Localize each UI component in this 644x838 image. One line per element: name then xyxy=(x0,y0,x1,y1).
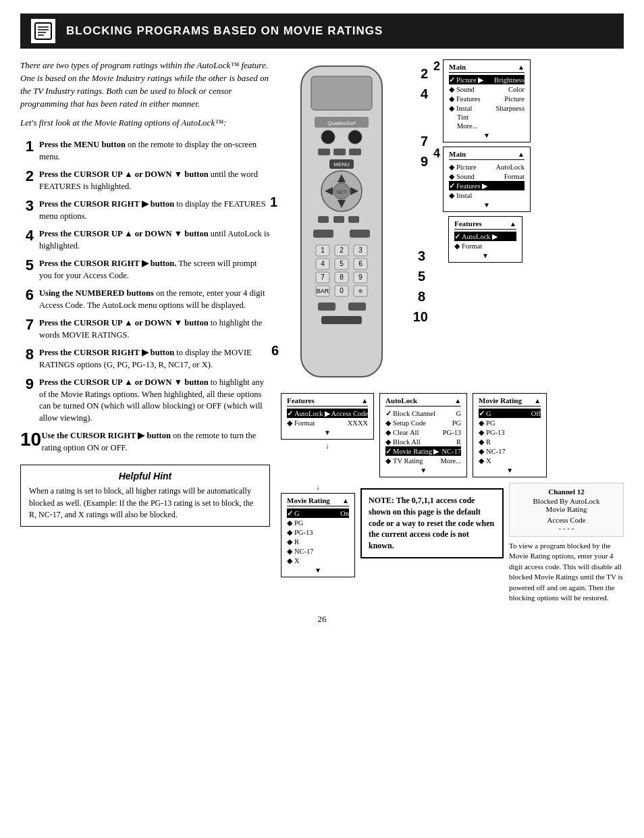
step-number-9: 9 xyxy=(20,377,34,392)
menu5-block-channel: ✓ Block Channel G xyxy=(385,409,461,418)
page-header: Blocking Programs Based on Movie Ratings xyxy=(20,14,624,49)
menu-box-6-title: Movie Rating ▲ xyxy=(479,396,541,407)
svg-text:5: 5 xyxy=(340,260,344,267)
top-diagram-area: 2 4 7 9 1 3 5 8 10 6 QuadraSurf xyxy=(281,59,624,386)
svg-rect-23 xyxy=(318,216,329,223)
svg-text:0: 0 xyxy=(340,287,344,294)
arrow-down-1: ↓ xyxy=(325,442,329,450)
hint-title: Helpful Hint xyxy=(29,471,261,481)
arrow-down-2: ↓ xyxy=(316,483,320,491)
step-text-4: Press the CURSOR UP ▲ or DOWN ▼ button u… xyxy=(39,228,270,252)
svg-rect-13 xyxy=(349,149,361,155)
helpful-hint-box: Helpful Hint When a rating is set to blo… xyxy=(20,465,270,527)
note-text: NOTE: The 0,7,1,1 access code shown on t… xyxy=(369,496,494,550)
menu-box-5: AutoLock ▲ ✓ Block Channel G ◆ Setup Cod… xyxy=(379,393,467,477)
svg-rect-25 xyxy=(348,216,359,223)
channel-line3: Movie Rating xyxy=(516,505,616,513)
menu-box-3-title: Features ▲ xyxy=(454,219,516,230)
svg-rect-11 xyxy=(318,149,330,155)
step-number-5: 5 xyxy=(20,258,34,273)
page-number: 26 xyxy=(20,614,624,625)
step-text-10: Use the CURSOR RIGHT ▶ button on the rem… xyxy=(42,430,270,454)
step-num-overlay-9: 9 xyxy=(421,154,428,169)
svg-text:QuadraSurf: QuadraSurf xyxy=(327,120,356,126)
svg-rect-53 xyxy=(348,303,366,311)
svg-rect-54 xyxy=(321,316,362,324)
menu-box-7: Movie Rating ▲ ✓ G On ◆ PG xyxy=(281,493,355,577)
intro-paragraph-1: There are two types of program ratings w… xyxy=(20,59,270,110)
step-text-5: Press the CURSOR RIGHT ▶ but­ton. The sc… xyxy=(39,258,270,282)
step-num-overlay-4: 4 xyxy=(421,86,428,102)
menu-box-7-title: Movie Rating ▲ xyxy=(287,496,349,506)
menu-item-sound: ◆ Sound Color xyxy=(449,84,525,94)
menu6-r: ◆ R xyxy=(479,437,541,446)
channel-line1: Channel 12 xyxy=(516,488,616,496)
step-number-2: 2 xyxy=(20,169,34,184)
menu5-setup-code: ◆ Setup Code PG xyxy=(385,418,461,427)
diagram-row-1: Features ▲ ✓ AutoLock ▶ Access Code ◆ Fo… xyxy=(281,393,624,477)
step-number-3: 3 xyxy=(20,199,34,213)
svg-text:BAR: BAR xyxy=(317,288,329,294)
step-3: 3 Press the CURSOR RIGHT ▶ button to dis… xyxy=(20,199,270,222)
menu-box-1: Main ▲ ✓ Picture ▶ Brightness ◆ Sound xyxy=(443,59,531,142)
menu7-pg13: ◆ PG-13 xyxy=(287,527,349,537)
header-icon xyxy=(31,19,55,43)
menu2-row: 4 Main ▲ ◆ Picture AutoLock ◆ xyxy=(433,147,624,212)
step-4: 4 Press the CURSOR UP ▲ or DOWN ▼ button… xyxy=(20,228,270,252)
svg-text:9: 9 xyxy=(358,273,363,281)
menu5-tv-rating: ◆ TV Rating More... xyxy=(385,456,461,465)
main-layout: There are two types of program ratings w… xyxy=(20,59,624,603)
menu-box-6: Movie Rating ▲ ✓ G Off ◆ PG xyxy=(473,393,547,477)
step-number-7: 7 xyxy=(20,317,34,332)
step-7: 7 Press the CURSOR UP ▲ or DOWN ▼ button… xyxy=(20,317,270,341)
svg-text:8: 8 xyxy=(340,273,344,281)
svg-text:4: 4 xyxy=(321,260,325,267)
menu8-col: Features ▲ ✓ AutoLock ▶ Access Code ◆ Fo… xyxy=(281,393,374,450)
step-8: 8 Press the CURSOR RIGHT ▶ button to dis… xyxy=(20,347,270,371)
svg-rect-27 xyxy=(350,230,370,238)
menu5-block-all: ◆ Block All R xyxy=(385,437,461,446)
step-num-overlay-6: 6 xyxy=(271,343,279,359)
step-text-1: Press the MENU button on the remote to d… xyxy=(39,139,270,163)
intro-paragraph-2: Let's first look at the Movie Rating opt… xyxy=(20,117,270,130)
step-10: 10 Use the CURSOR RIGHT ▶ button on the … xyxy=(20,430,270,454)
diagram-row-2: ↓ Movie Rating ▲ ✓ G On ◆ xyxy=(281,483,624,603)
svg-text:2: 2 xyxy=(340,246,344,254)
step-2: 2 Press the CURSOR UP ▲ or DOWN ▼ button… xyxy=(20,169,270,192)
step-num-overlay-1: 1 xyxy=(270,194,277,210)
step-num-overlay-8: 8 xyxy=(418,289,425,305)
svg-point-10 xyxy=(348,130,362,144)
menu5-movie-rating-highlighted: ✓ Movie Rating ▶ NC-17 xyxy=(385,446,461,456)
note-box: NOTE: The 0,7,1,1 access code shown on t… xyxy=(360,488,504,558)
menu6-col: Movie Rating ▲ ✓ G Off ◆ PG xyxy=(473,393,547,477)
step-1: 1 Press the MENU button on the remote to… xyxy=(20,139,270,163)
menu3-row: Features ▲ ✓ AutoLock ▶ ◆ Format ▼ xyxy=(433,216,624,263)
menu-item-features: ◆ Features Picture xyxy=(449,94,525,103)
channel-display-col: Channel 12 Blocked By AutoLock Movie Rat… xyxy=(509,483,624,603)
menu-box-2-title: Main ▲ xyxy=(449,150,525,160)
bottom-diagram-section: Features ▲ ✓ AutoLock ▶ Access Code ◆ Fo… xyxy=(281,393,624,603)
menu-item-picture-highlighted: ✓ Picture ▶ Brightness xyxy=(449,75,525,84)
steps-list: 1 Press the MENU button on the remote to… xyxy=(20,139,270,454)
step-bold-4: Press the CURSOR UP ▲ or DOWN ▼ button xyxy=(39,229,209,238)
menu6-x: ◆ X xyxy=(479,456,541,465)
step-text-2: Press the CURSOR UP ▲ or DOWN ▼ button u… xyxy=(39,169,270,192)
menu2-picture: ◆ Picture AutoLock xyxy=(449,162,525,172)
remote-svg: QuadraSurf MENU xyxy=(281,59,402,384)
menu-item-more: More... xyxy=(449,122,525,130)
menu5-col: AutoLock ▲ ✓ Block Channel G ◆ Setup Cod… xyxy=(379,393,467,477)
menu7-g-on-highlighted: ✓ G On xyxy=(287,508,349,518)
step-bold-7: Press the CURSOR UP ▲ or DOWN ▼ button xyxy=(39,318,209,328)
step-number-1: 1 xyxy=(20,139,34,154)
menu7-pg: ◆ PG xyxy=(287,518,349,527)
svg-rect-12 xyxy=(333,149,346,155)
step-bold-9: Press the CURSOR UP ▲ or DOWN ▼ button xyxy=(39,377,209,387)
menu-item-instal: ◆ Instal Sharpness xyxy=(449,103,525,113)
menu2-instal: ◆ Instal xyxy=(449,190,525,200)
svg-text:3: 3 xyxy=(358,246,363,254)
menu-box-2: Main ▲ ◆ Picture AutoLock ◆ Sound Format xyxy=(443,147,531,212)
svg-rect-52 xyxy=(318,303,336,311)
svg-text:7: 7 xyxy=(321,273,325,281)
menu3-autolock-highlighted: ✓ AutoLock ▶ xyxy=(454,232,516,241)
svg-point-51 xyxy=(358,289,363,293)
